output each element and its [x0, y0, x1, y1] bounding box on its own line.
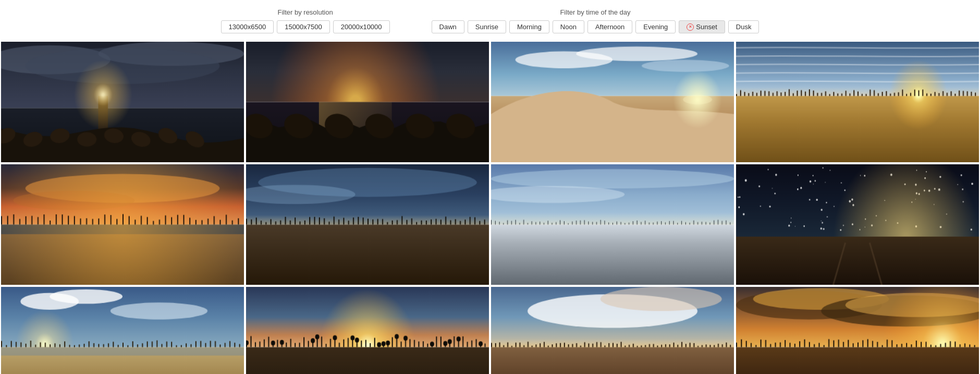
grid-item-10[interactable] — [490, 286, 735, 374]
time-filter-label: Filter by time of the day — [560, 8, 630, 16]
resolution-filter-label: Filter by resolution — [277, 8, 333, 16]
panorama-canvas-5 — [246, 164, 489, 285]
time-buttons: DawnSunriseMorningNoonAfternoonEvening×S… — [432, 20, 760, 33]
close-icon[interactable]: × — [687, 23, 694, 31]
time-btn-label-t6: Evening — [643, 23, 668, 31]
panorama-canvas-1 — [246, 42, 489, 162]
panorama-canvas-9 — [246, 287, 489, 374]
grid-item-1[interactable] — [245, 41, 490, 163]
time-btn-label-t4: Noon — [560, 23, 577, 31]
time-btn-t6[interactable]: Evening — [635, 20, 676, 33]
panorama-canvas-4 — [1, 164, 244, 285]
time-btn-label-t8: Dusk — [736, 23, 752, 31]
grid-item-11[interactable] — [735, 286, 980, 374]
grid-item-0[interactable] — [0, 41, 245, 163]
time-btn-label-t2: Sunrise — [475, 23, 498, 31]
resolution-btn-r1[interactable]: 13000x6500 — [221, 20, 274, 33]
panorama-canvas-0 — [1, 42, 244, 162]
time-btn-t5[interactable]: Afternoon — [587, 20, 632, 33]
panorama-canvas-11 — [736, 287, 979, 374]
resolution-filter-group: Filter by resolution 13000x650015000x750… — [221, 8, 390, 33]
panorama-canvas-8 — [1, 287, 244, 374]
grid-item-8[interactable] — [0, 286, 245, 374]
resolution-buttons: 13000x650015000x750020000x10000 — [221, 20, 390, 33]
grid-item-3[interactable] — [735, 41, 980, 163]
grid-item-4[interactable] — [0, 163, 245, 286]
time-btn-t4[interactable]: Noon — [553, 20, 584, 33]
resolution-btn-r2[interactable]: 15000x7500 — [277, 20, 330, 33]
grid-item-6[interactable] — [490, 163, 735, 286]
time-btn-t2[interactable]: Sunrise — [468, 20, 506, 33]
grid-item-9[interactable] — [245, 286, 490, 374]
grid-item-7[interactable] — [735, 163, 980, 286]
panorama-canvas-2 — [491, 42, 734, 162]
time-btn-label-t5: Afternoon — [595, 23, 624, 31]
panorama-canvas-7 — [736, 164, 979, 285]
time-btn-t8[interactable]: Dusk — [728, 20, 760, 33]
time-btn-label-t7: Sunset — [696, 23, 717, 31]
time-btn-label-t1: Dawn — [439, 23, 457, 31]
grid-item-2[interactable] — [490, 41, 735, 163]
time-btn-t7[interactable]: ×Sunset — [679, 20, 725, 33]
time-filter-group: Filter by time of the day DawnSunriseMor… — [432, 8, 760, 33]
time-btn-t1[interactable]: Dawn — [432, 20, 464, 33]
time-btn-t3[interactable]: Morning — [509, 20, 549, 33]
resolution-btn-r3[interactable]: 20000x10000 — [333, 20, 390, 33]
time-btn-label-t3: Morning — [517, 23, 542, 31]
image-grid — [0, 41, 980, 374]
panorama-canvas-10 — [491, 287, 734, 374]
panorama-canvas-3 — [736, 42, 979, 162]
grid-item-5[interactable] — [245, 163, 490, 286]
panorama-canvas-6 — [491, 164, 734, 285]
top-bar: Filter by resolution 13000x650015000x750… — [0, 0, 980, 41]
